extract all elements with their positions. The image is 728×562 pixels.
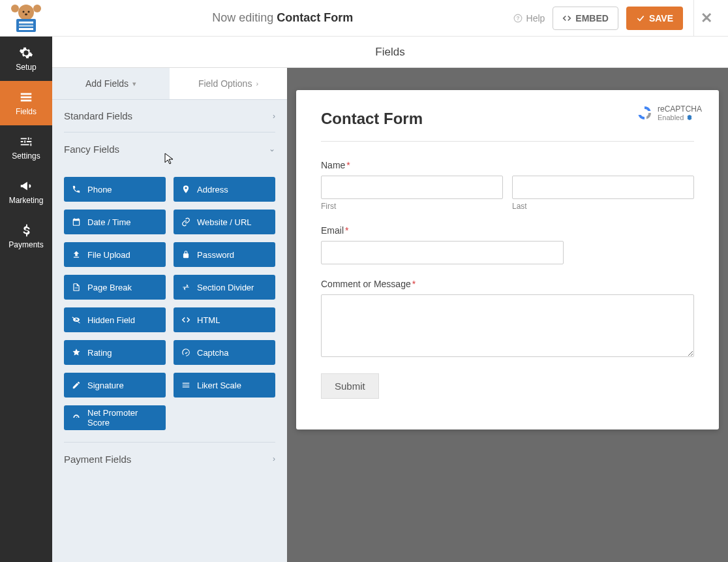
field-type-label: Page Break — [87, 283, 132, 292]
rating-icon — [72, 348, 81, 357]
field-type-hidden[interactable]: Hidden Field — [64, 307, 166, 332]
field-type-label: Captcha — [197, 348, 228, 358]
subheader: Fields — [52, 37, 728, 68]
nav-settings[interactable]: Settings — [0, 125, 52, 170]
label-name: Name* — [321, 160, 694, 170]
field-type-address[interactable]: Address — [174, 177, 275, 202]
field-type-signature[interactable]: Signature — [64, 373, 166, 398]
field-type-html[interactable]: HTML — [174, 307, 275, 332]
pagebreak-icon — [72, 283, 81, 292]
section-standard-fields[interactable]: Standard Fields › — [64, 100, 275, 133]
section-payment-fields[interactable]: Payment Fields › — [64, 443, 275, 475]
save-button[interactable]: SAVE — [626, 7, 683, 30]
svg-point-1 — [11, 5, 19, 12]
sliders-icon — [18, 134, 34, 149]
field-type-datetime[interactable]: Date / Time — [64, 210, 166, 234]
field-type-label: Date / Time — [87, 217, 130, 227]
input-first-name[interactable] — [321, 176, 503, 199]
field-type-pagebreak[interactable]: Page Break — [64, 275, 166, 300]
html-icon — [181, 315, 190, 324]
field-type-url[interactable]: Website / URL — [174, 210, 275, 234]
form-preview: reCAPTCHA Enabled Contact Form Name* — [296, 90, 719, 429]
recaptcha-badge[interactable]: reCAPTCHA Enabled — [633, 102, 706, 124]
field-type-likert[interactable]: Likert Scale — [174, 373, 275, 398]
field-comment[interactable]: Comment or Message* — [321, 279, 694, 359]
phone-icon — [72, 185, 81, 194]
svg-point-4 — [28, 10, 30, 12]
gear-icon — [18, 46, 34, 60]
field-type-divider[interactable]: Section Divider — [174, 275, 275, 300]
chevron-right-icon: › — [273, 112, 275, 121]
field-type-upload[interactable]: File Upload — [64, 242, 166, 267]
divider-icon — [181, 283, 190, 292]
field-type-label: File Upload — [87, 250, 130, 260]
svg-rect-14 — [21, 100, 32, 102]
chevron-right-icon: › — [256, 80, 258, 87]
chevron-down-icon: ⌄ — [269, 144, 275, 153]
field-type-label: Rating — [87, 348, 112, 358]
sublabel-last: Last — [512, 202, 694, 211]
nav-setup[interactable]: Setup — [0, 37, 52, 81]
likert-icon — [181, 381, 190, 390]
tab-add-fields[interactable]: Add Fields ▾ — [52, 68, 170, 99]
field-name[interactable]: Name* First Last — [321, 160, 694, 211]
field-type-label: HTML — [197, 315, 220, 325]
embed-button[interactable]: EMBED — [553, 7, 618, 30]
field-type-label: Address — [197, 185, 228, 195]
field-type-phone[interactable]: Phone — [64, 177, 166, 202]
field-type-rating[interactable]: Rating — [64, 340, 166, 365]
input-email[interactable] — [321, 241, 564, 264]
field-type-label: Phone — [87, 185, 112, 195]
sublabel-first: First — [321, 202, 503, 211]
svg-point-0 — [18, 5, 34, 20]
label-comment: Comment or Message* — [321, 279, 694, 289]
field-type-label: Net Promoter Score — [87, 408, 158, 428]
chevron-right-icon: › — [273, 454, 275, 463]
field-type-password[interactable]: Password — [174, 242, 275, 267]
svg-rect-12 — [21, 93, 32, 95]
svg-point-2 — [33, 5, 41, 12]
upload-icon — [72, 250, 81, 259]
tab-field-options[interactable]: Field Options › — [170, 68, 287, 99]
svg-text:?: ? — [516, 15, 519, 21]
field-type-label: Signature — [87, 381, 124, 390]
svg-rect-8 — [19, 25, 33, 27]
help-link[interactable]: ? Help — [513, 13, 545, 23]
svg-point-3 — [23, 10, 25, 12]
svg-point-5 — [25, 13, 27, 15]
recaptcha-icon — [637, 105, 652, 121]
field-type-label: Website / URL — [197, 217, 252, 227]
svg-point-15 — [643, 111, 646, 115]
nav-payments[interactable]: Payments — [0, 214, 52, 258]
nav-fields[interactable]: Fields — [0, 81, 52, 125]
svg-rect-13 — [21, 97, 32, 99]
dollar-icon — [18, 223, 34, 238]
password-icon — [181, 250, 190, 259]
url-icon — [181, 217, 190, 226]
nav-marketing[interactable]: Marketing — [0, 170, 52, 214]
input-last-name[interactable] — [512, 176, 694, 199]
close-button[interactable]: ✕ — [693, 0, 719, 37]
field-email[interactable]: Email* — [321, 225, 694, 264]
hidden-icon — [72, 315, 81, 324]
field-type-captcha[interactable]: Captcha — [174, 340, 275, 365]
signature-icon — [72, 381, 81, 390]
input-comment[interactable] — [321, 294, 694, 357]
field-type-label: Hidden Field — [87, 315, 135, 325]
submit-button[interactable]: Submit — [321, 373, 379, 399]
datetime-icon — [72, 217, 81, 226]
app-logo — [0, 3, 52, 33]
label-email: Email* — [321, 225, 694, 236]
svg-rect-9 — [19, 28, 33, 30]
verified-icon — [686, 114, 693, 121]
section-fancy-fields[interactable]: Fancy Fields ⌄ — [64, 133, 275, 165]
svg-rect-7 — [19, 22, 33, 23]
megaphone-icon — [18, 179, 34, 193]
field-type-label: Section Divider — [197, 283, 254, 292]
nps-icon — [72, 413, 81, 422]
field-type-label: Password — [197, 250, 234, 260]
field-type-label: Likert Scale — [197, 381, 241, 390]
address-icon — [181, 185, 190, 194]
field-type-nps[interactable]: Net Promoter Score — [64, 405, 166, 430]
form-icon — [18, 90, 34, 104]
